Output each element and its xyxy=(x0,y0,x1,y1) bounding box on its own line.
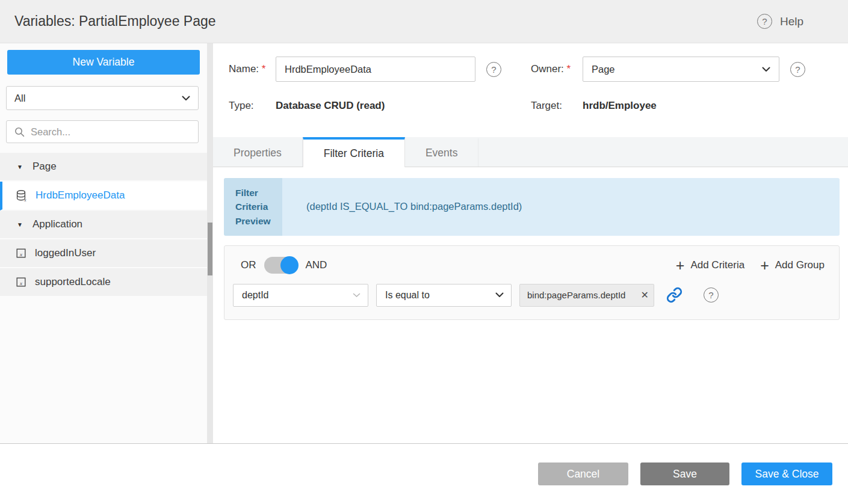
variable-search-box xyxy=(6,120,199,143)
save-and-close-button[interactable]: Save & Close xyxy=(741,463,832,485)
add-criteria-button[interactable]: + Add Criteria xyxy=(676,259,744,271)
collapse-triangle-icon: ▼ xyxy=(17,164,23,170)
collapse-triangle-icon: ▼ xyxy=(17,221,23,228)
chevron-down-icon xyxy=(182,96,190,101)
variable-filter-value: All xyxy=(14,93,25,104)
new-variable-button[interactable]: New Variable xyxy=(7,50,200,75)
help-button[interactable]: ? Help xyxy=(757,14,803,29)
sidebar-inner: New Variable All ▼ Page xyxy=(0,43,207,297)
tab-events[interactable]: Events xyxy=(405,137,479,167)
variables-list: ▼ Page x HrdbEmployeeData xyxy=(0,153,207,297)
dialog-footer: Cancel Save Save & Close xyxy=(0,443,848,504)
condition-select-value: Is equal to xyxy=(385,290,430,301)
type-label: Type: xyxy=(229,100,276,112)
search-input[interactable] xyxy=(31,126,190,138)
filter-criteria-panel: Filter Criteria Preview (deptId IS_EQUAL… xyxy=(213,167,848,443)
sidebar-group-label: Application xyxy=(32,218,82,230)
chevron-down-icon xyxy=(353,293,361,298)
or-label: OR xyxy=(241,259,256,271)
sidebar-item-label: supportedLocale xyxy=(35,276,111,288)
criteria-group-box: OR AND + Add Criteria xyxy=(224,245,840,320)
variable-form: Name: * ? Owner: * Page ? xyxy=(213,43,848,137)
svg-text:x: x xyxy=(23,197,26,202)
target-label: Target: xyxy=(531,100,583,112)
add-criteria-label: Add Criteria xyxy=(690,259,744,271)
help-label: Help xyxy=(780,15,803,28)
name-label: Name: * xyxy=(229,63,276,75)
svg-text:x: x xyxy=(19,251,22,257)
sidebar-item-label: HrdbEmployeeData xyxy=(36,189,125,201)
target-field-group: Target: hrdb/Employee xyxy=(531,100,657,112)
dialog-header: Variables: PartialEmployee Page ? Help xyxy=(0,0,848,43)
criteria-help-icon[interactable]: ? xyxy=(704,287,719,303)
scrollbar-thumb[interactable] xyxy=(208,223,212,275)
sidebar-item-label: loggedInUser xyxy=(35,247,96,259)
chevron-down-icon xyxy=(762,67,770,72)
owner-field-group: Owner: * Page ? xyxy=(531,57,805,82)
filter-criteria-preview: Filter Criteria Preview (deptId IS_EQUAL… xyxy=(224,178,840,236)
add-group-label: Add Group xyxy=(775,259,825,271)
sidebar-item-loggedinuser[interactable]: x loggedInUser xyxy=(0,239,207,268)
tab-filter-criteria[interactable]: Filter Criteria xyxy=(303,137,405,167)
cancel-button[interactable]: Cancel xyxy=(538,463,628,485)
form-row-1: Name: * ? Owner: * Page ? xyxy=(229,57,848,82)
preview-label: Filter Criteria Preview xyxy=(224,178,282,236)
preview-expression: (deptId IS_EQUAL_TO bind:pageParams.dept… xyxy=(282,178,840,236)
toggle-knob xyxy=(280,256,299,274)
value-binding-text: bind:pageParams.deptId xyxy=(527,290,640,300)
value-binding-chip[interactable]: bind:pageParams.deptId ✕ xyxy=(519,284,654,307)
or-and-toggle[interactable] xyxy=(264,257,298,274)
criteria-toolbar: OR AND + Add Criteria xyxy=(233,257,825,274)
owner-select[interactable]: Page xyxy=(583,57,779,82)
criteria-actions: + Add Criteria + Add Group xyxy=(676,259,825,271)
logic-toggle-group: OR AND xyxy=(241,257,327,274)
target-value: hrdb/Employee xyxy=(583,100,657,112)
name-field-group: Name: * ? xyxy=(229,57,531,82)
dialog-body: New Variable All ▼ Page xyxy=(0,43,848,443)
type-field-group: Type: Database CRUD (read) xyxy=(229,100,531,112)
field-select[interactable]: deptId xyxy=(233,284,368,307)
owner-select-value: Page xyxy=(592,64,615,75)
plus-icon: + xyxy=(676,259,685,271)
owner-help-icon[interactable]: ? xyxy=(790,62,805,77)
sidebar-group-page[interactable]: ▼ Page xyxy=(0,153,207,182)
name-input[interactable] xyxy=(276,57,475,82)
variables-dialog: Variables: PartialEmployee Page ? Help N… xyxy=(0,0,848,504)
svg-text:x: x xyxy=(19,280,22,286)
sidebar-item-hrdbemployeedata[interactable]: x HrdbEmployeeData xyxy=(0,182,207,211)
static-variable-icon: x xyxy=(16,277,26,287)
chevron-down-icon xyxy=(495,292,504,298)
search-icon xyxy=(14,127,25,137)
page-title: Variables: PartialEmployee Page xyxy=(14,13,216,29)
variables-sidebar: New Variable All ▼ Page xyxy=(0,43,213,443)
condition-select[interactable]: Is equal to xyxy=(376,284,512,307)
sidebar-group-application[interactable]: ▼ Application xyxy=(0,211,207,239)
owner-label: Owner: * xyxy=(531,63,583,75)
plus-icon: + xyxy=(760,259,769,271)
required-marker: * xyxy=(567,63,571,75)
sidebar-scrollbar[interactable] xyxy=(207,43,213,443)
type-value: Database CRUD (read) xyxy=(276,100,385,112)
database-variable-icon: x xyxy=(16,189,27,202)
tab-properties[interactable]: Properties xyxy=(213,137,303,167)
editor-tabbar: Properties Filter Criteria Events xyxy=(213,137,848,167)
name-help-icon[interactable]: ? xyxy=(486,62,501,77)
sidebar-group-label: Page xyxy=(32,161,57,173)
variable-filter-select[interactable]: All xyxy=(6,86,199,110)
criteria-row: deptId Is equal to bind:pa xyxy=(233,284,825,307)
remove-binding-icon[interactable]: ✕ xyxy=(641,289,649,301)
required-marker: * xyxy=(262,63,266,75)
help-question-icon: ? xyxy=(757,14,772,29)
field-select-value: deptId xyxy=(242,290,268,301)
save-button[interactable]: Save xyxy=(640,463,729,485)
static-variable-icon: x xyxy=(16,248,26,259)
form-row-2: Type: Database CRUD (read) Target: hrdb/… xyxy=(229,100,848,112)
add-group-button[interactable]: + Add Group xyxy=(760,259,825,271)
variable-editor: Name: * ? Owner: * Page ? xyxy=(213,43,848,443)
and-label: AND xyxy=(306,259,327,271)
sidebar-item-supportedlocale[interactable]: x supportedLocale xyxy=(0,268,207,297)
bind-link-icon[interactable] xyxy=(666,287,682,303)
